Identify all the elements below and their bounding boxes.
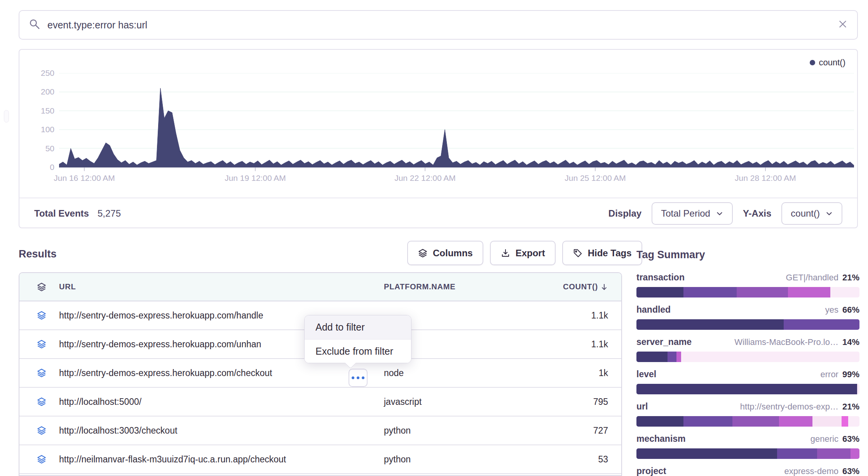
tag-bar-segment[interactable] bbox=[681, 352, 859, 362]
tag-distribution-bar[interactable] bbox=[636, 416, 859, 427]
tag-bar-segment[interactable] bbox=[848, 416, 859, 427]
count-cell: 1k bbox=[546, 368, 608, 378]
url-cell[interactable]: http://localhost:3003/checkout bbox=[54, 425, 381, 436]
y-axis-label: 250 bbox=[26, 69, 54, 77]
display-dropdown[interactable]: Total Period bbox=[652, 202, 733, 225]
tag-bar-segment[interactable] bbox=[676, 352, 681, 362]
tag-bar-segment[interactable] bbox=[817, 448, 851, 459]
tag-bar-segment[interactable] bbox=[636, 416, 683, 427]
tag-percent: 99% bbox=[842, 369, 859, 380]
tag-distribution-bar[interactable] bbox=[636, 384, 859, 394]
tag-name: mechanism bbox=[636, 434, 686, 444]
y-axis-label: 50 bbox=[26, 144, 54, 153]
tag-bar-segment[interactable] bbox=[842, 416, 848, 427]
sidebar-collapse-handle[interactable] bbox=[4, 110, 9, 122]
tag-bar-segment[interactable] bbox=[737, 287, 788, 298]
toolbar-button-hide-tags[interactable]: Hide Tags bbox=[562, 241, 642, 265]
table-row[interactable]: http://localhost:3003/checkout python 72… bbox=[19, 416, 621, 445]
results-title: Results bbox=[19, 248, 57, 260]
url-cell[interactable]: http://localhost:5000/ bbox=[54, 397, 381, 407]
table-row[interactable]: http://localhost:5000/ javascript 795 bbox=[19, 388, 621, 416]
layers-icon bbox=[30, 397, 54, 407]
tag-bar-segment[interactable] bbox=[777, 448, 817, 459]
tag-top-value: yes bbox=[825, 305, 838, 315]
x-axis-label: Jun 28 12:00 AM bbox=[735, 173, 796, 183]
tag-bar-segment[interactable] bbox=[636, 287, 683, 298]
tag-name: level bbox=[636, 369, 656, 380]
display-dropdown-value: Total Period bbox=[661, 208, 710, 219]
count-cell: 727 bbox=[546, 425, 608, 436]
results-toolbar: Columns Export Hide Tags bbox=[407, 241, 642, 265]
column-header-platform[interactable]: PLATFORM.NAME bbox=[381, 282, 546, 291]
tag-summary-title: Tag Summary bbox=[636, 249, 859, 261]
chart-plot[interactable] bbox=[59, 73, 854, 168]
cell-actions-button[interactable] bbox=[349, 369, 368, 387]
x-axis-label: Jun 25 12:00 AM bbox=[565, 173, 626, 183]
tag-bar-segment[interactable] bbox=[683, 287, 737, 298]
tag-top-value: generic bbox=[810, 434, 838, 444]
tag-bar-segment[interactable] bbox=[779, 416, 812, 427]
x-axis-tick bbox=[425, 168, 425, 171]
platform-cell: python bbox=[381, 425, 546, 436]
tag-bar-segment[interactable] bbox=[636, 448, 777, 459]
tag-bar-segment[interactable] bbox=[788, 287, 830, 298]
x-axis-tick bbox=[765, 168, 766, 171]
count-cell: 1.1k bbox=[546, 310, 608, 321]
yaxis-dropdown[interactable]: count() bbox=[781, 202, 842, 225]
layers-icon bbox=[30, 339, 54, 349]
layers-icon bbox=[30, 282, 54, 292]
layers-icon bbox=[30, 368, 54, 378]
tag-summary-panel: Tag Summary transaction GET|/handled 21%… bbox=[636, 249, 859, 261]
tag-bar-segment[interactable] bbox=[812, 416, 842, 427]
tag-bar-segment[interactable] bbox=[857, 384, 859, 394]
sort-desc-icon bbox=[600, 283, 608, 291]
toolbar-button-export[interactable]: Export bbox=[490, 241, 556, 265]
tag-top-value: express-demo bbox=[784, 466, 838, 476]
tag-percent: 21% bbox=[842, 402, 859, 412]
tag-name: server_name bbox=[636, 337, 692, 347]
column-header-count[interactable]: COUNT() bbox=[546, 282, 608, 291]
table-row[interactable]: http://sentry-demos-express.herokuapp.co… bbox=[19, 359, 621, 388]
tag-distribution-bar[interactable] bbox=[636, 287, 859, 298]
tag-bar-segment[interactable] bbox=[668, 352, 676, 362]
legend-dot bbox=[810, 60, 815, 65]
table-header: URL PLATFORM.NAME COUNT() bbox=[19, 273, 621, 301]
clear-search-icon[interactable] bbox=[838, 19, 848, 31]
tag-distribution-bar[interactable] bbox=[636, 448, 859, 459]
tag-top-value: GET|/handled bbox=[786, 273, 838, 283]
tag-distribution-bar[interactable] bbox=[636, 352, 859, 362]
tag-entry-transaction: transaction GET|/handled 21% bbox=[636, 272, 859, 298]
menu-item-add-to-filter[interactable]: Add to filter bbox=[305, 315, 411, 339]
tag-bar-segment[interactable] bbox=[636, 319, 784, 330]
tag-distribution-bar[interactable] bbox=[636, 319, 859, 330]
tag-entry-url: url http://sentry-demos-exp… 21% bbox=[636, 401, 859, 427]
tag-icon bbox=[573, 248, 583, 258]
url-cell[interactable]: http://sentry-demos-express.herokuapp.co… bbox=[54, 368, 381, 378]
tag-bar-segment[interactable] bbox=[636, 352, 668, 362]
y-axis-label: 0 bbox=[26, 163, 54, 172]
url-cell[interactable]: http://neilmanvar-flask-m3uuizd7iq-uc.a.… bbox=[54, 454, 381, 465]
tag-entry-server_name: server_name Williams-MacBook-Pro.lo… 14% bbox=[636, 337, 859, 362]
count-cell: 53 bbox=[546, 454, 608, 465]
toolbar-button-columns[interactable]: Columns bbox=[407, 241, 483, 265]
table-row[interactable]: http://neilmanvar-flask-m3uuizd7iq-uc.a.… bbox=[19, 445, 621, 474]
layers-icon bbox=[30, 454, 54, 464]
tag-bar-segment[interactable] bbox=[683, 416, 732, 427]
column-header-url[interactable]: URL bbox=[54, 282, 381, 291]
tag-bar-segment[interactable] bbox=[732, 416, 779, 427]
legend-label: count() bbox=[819, 58, 845, 68]
tag-top-value: error bbox=[821, 369, 838, 380]
total-events-value: 5,275 bbox=[98, 208, 121, 219]
legend-count[interactable]: count() bbox=[810, 58, 845, 68]
tag-entry-project: project express-demo 63% bbox=[636, 466, 859, 476]
download-icon bbox=[500, 248, 511, 258]
search-input[interactable] bbox=[47, 19, 838, 31]
tag-bar-segment[interactable] bbox=[784, 319, 859, 330]
total-events-label: Total Events bbox=[34, 208, 89, 219]
menu-item-exclude-from-filter[interactable]: Exclude from filter bbox=[305, 339, 411, 363]
x-axis-tick bbox=[84, 168, 85, 171]
tag-bar-segment[interactable] bbox=[636, 384, 857, 394]
tag-percent: 14% bbox=[842, 337, 859, 347]
tag-bar-segment[interactable] bbox=[830, 287, 859, 298]
tag-bar-segment[interactable] bbox=[851, 448, 859, 459]
